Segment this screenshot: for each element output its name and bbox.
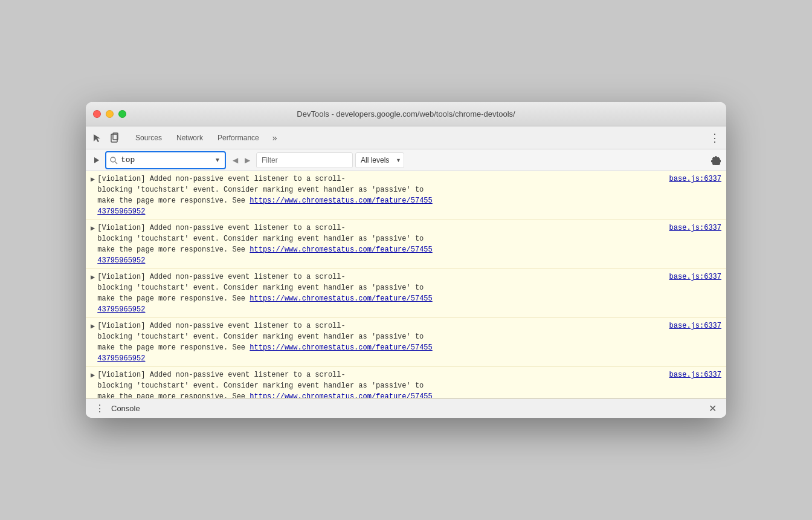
entry-link[interactable]: https://www.chromestatus.com/feature/574…	[250, 392, 432, 398]
entry-source-link[interactable]: base.js:6337	[669, 320, 721, 331]
svg-rect-0	[111, 134, 117, 142]
console-entry: ▶ [Violation] Added non-passive event li…	[86, 269, 726, 318]
console-toolbar: top ▼ ◀ ▶ All levels Verbose Info Warnin…	[86, 149, 726, 171]
svg-marker-2	[94, 157, 99, 163]
entry-text: [Violation] Added non-passive event list…	[97, 273, 433, 314]
entry-expand-icon[interactable]: ▶	[91, 174, 95, 217]
devtools-panel: Sources Network Performance » ⋮	[86, 126, 726, 418]
bottombar: ⋮ Console ✕	[86, 398, 726, 418]
console-entry: ▶ [Violation] Added non-passive event li…	[86, 220, 726, 269]
entry-content: [Violation] Added non-passive event list…	[97, 271, 662, 315]
context-dropdown-arrow-icon: ▼	[213, 155, 222, 165]
entry-source-link[interactable]: base.js:6337	[669, 271, 721, 282]
console-entry: ▶ [violation] Added non-passive event li…	[86, 171, 726, 220]
console-messages: ▶ [violation] Added non-passive event li…	[86, 171, 726, 398]
device-icon[interactable]	[109, 131, 122, 145]
entry-content: [violation] Added non-passive event list…	[97, 174, 662, 217]
entry-expand-icon[interactable]: ▶	[91, 223, 95, 266]
tabbar-right: ⋮	[708, 131, 721, 145]
context-selector-wrapper: top ▼	[105, 151, 226, 169]
window-title: DevTools - developers.google.com/web/too…	[297, 109, 515, 119]
settings-icon[interactable]	[709, 154, 723, 167]
svg-point-3	[111, 157, 115, 162]
close-button[interactable]	[93, 110, 101, 118]
bottom-menu-icon[interactable]: ⋮	[93, 402, 106, 415]
tab-sources[interactable]: Sources	[129, 131, 168, 145]
entry-link[interactable]: https://www.chromestatus.com/feature/574…	[97, 294, 433, 314]
entry-expand-icon[interactable]: ▶	[91, 272, 95, 315]
minimize-button[interactable]	[106, 110, 114, 118]
entry-expand-icon[interactable]: ▶	[91, 370, 95, 395]
entry-text: [Violation] Added non-passive event list…	[97, 322, 433, 363]
entry-content: [Violation] Added non-passive event list…	[97, 320, 662, 364]
tab-network[interactable]: Network	[170, 131, 209, 145]
entry-text: [violation] Added non-passive event list…	[97, 175, 433, 216]
search-icon	[109, 155, 118, 165]
entry-content: [Violation] Added non-passive event list…	[97, 223, 662, 266]
bottom-close-button[interactable]: ✕	[706, 402, 719, 415]
entry-text: [Violation] Added non-passive event list…	[97, 371, 433, 398]
devtools-window: DevTools - developers.google.com/web/too…	[86, 102, 726, 418]
context-select[interactable]: top	[121, 155, 210, 164]
entry-source-link[interactable]: base.js:6337	[669, 369, 721, 380]
traffic-lights	[93, 110, 126, 118]
tab-performance[interactable]: Performance	[211, 131, 265, 145]
maximize-button[interactable]	[118, 110, 126, 118]
titlebar: DevTools - developers.google.com/web/too…	[86, 102, 726, 126]
tabbar: Sources Network Performance » ⋮	[86, 126, 726, 149]
bottom-title: Console	[111, 404, 140, 413]
entry-link[interactable]: https://www.chromestatus.com/feature/574…	[97, 197, 433, 216]
entry-source-link[interactable]: base.js:6337	[669, 223, 721, 233]
clear-console-button[interactable]	[89, 154, 103, 167]
entry-text: [Violation] Added non-passive event list…	[97, 224, 433, 265]
entry-link[interactable]: https://www.chromestatus.com/feature/574…	[97, 343, 433, 363]
entry-expand-icon[interactable]: ▶	[91, 321, 95, 364]
entry-source-link[interactable]: base.js:6337	[669, 174, 721, 184]
inspect-icon[interactable]	[91, 131, 104, 145]
log-level-select[interactable]: All levels Verbose Info Warnings Errors	[355, 152, 404, 168]
entry-link[interactable]: https://www.chromestatus.com/feature/574…	[97, 245, 433, 265]
next-message-button[interactable]: ▶	[242, 155, 253, 166]
level-wrapper: All levels Verbose Info Warnings Errors …	[355, 152, 404, 168]
console-entry: ▶ [Violation] Added non-passive event li…	[86, 318, 726, 367]
nav-arrows: ◀ ▶	[228, 155, 254, 166]
tab-more[interactable]: »	[268, 131, 282, 145]
console-entry: ▶ [Violation] Added non-passive event li…	[86, 367, 726, 398]
svg-line-4	[115, 161, 118, 164]
entry-content: [Violation] Added non-passive event list…	[97, 369, 662, 395]
filter-input[interactable]	[256, 152, 353, 168]
devtools-menu-icon[interactable]: ⋮	[708, 131, 721, 145]
prev-message-button[interactable]: ◀	[230, 155, 240, 166]
tabbar-left	[91, 131, 122, 145]
